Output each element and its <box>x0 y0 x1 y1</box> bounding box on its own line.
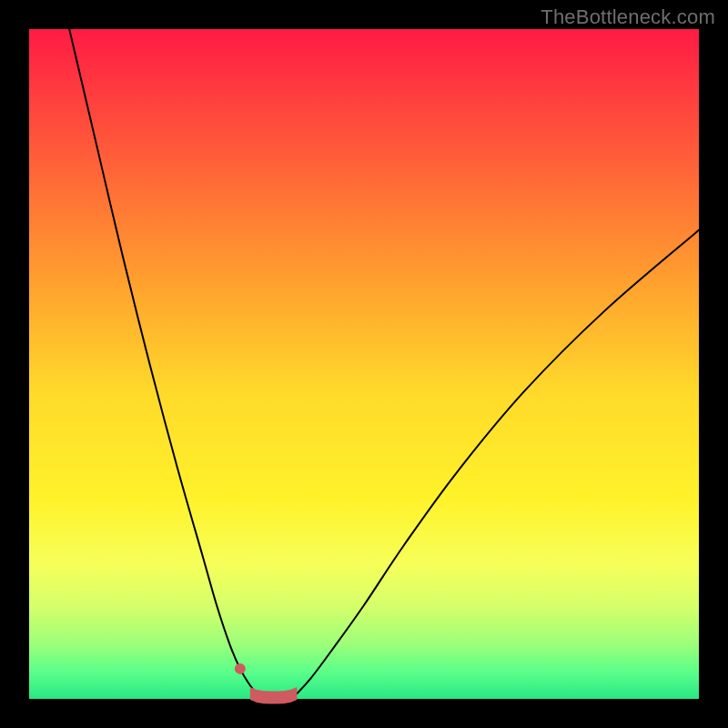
chart-svg <box>29 29 699 699</box>
right-curve <box>297 230 699 693</box>
valley-floor-marker <box>250 687 298 703</box>
plot-area <box>29 29 699 699</box>
watermark-text: TheBottleneck.com <box>541 5 715 29</box>
marker-dot <box>235 663 246 674</box>
chart-frame: TheBottleneck.com <box>0 0 728 728</box>
left-curve <box>69 29 257 693</box>
